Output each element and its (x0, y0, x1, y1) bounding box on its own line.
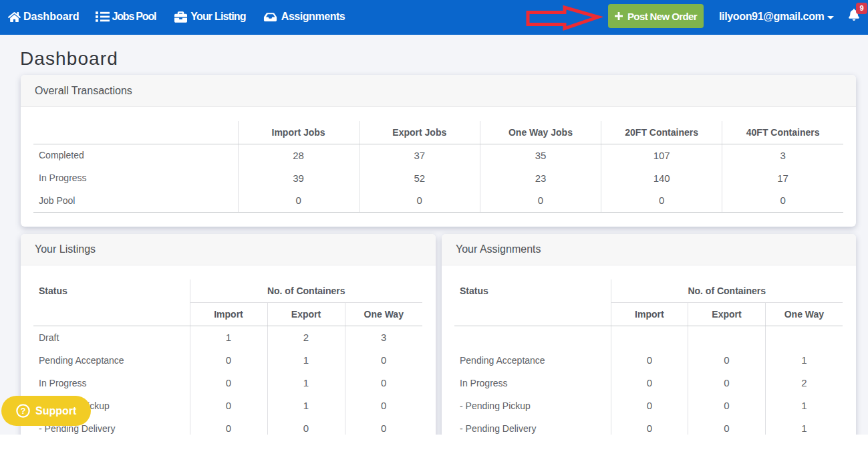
svg-text:?: ? (21, 406, 26, 416)
